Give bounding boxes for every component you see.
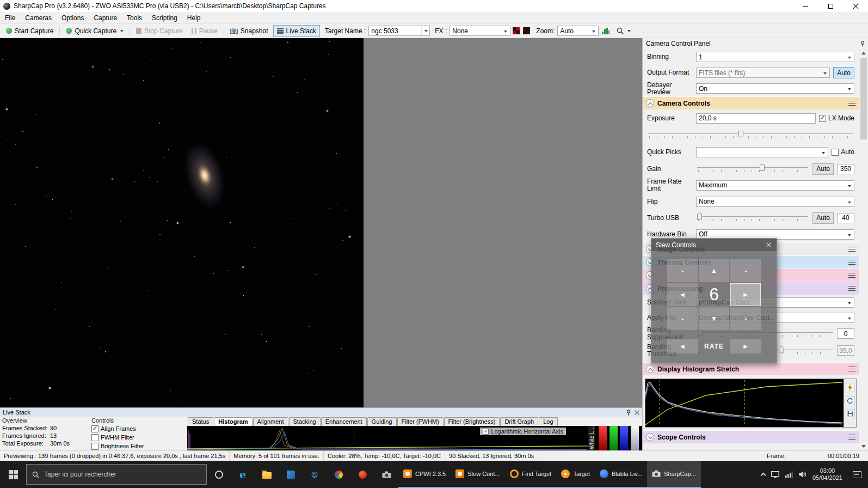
snapshot-button[interactable]: Snapshot (226, 25, 272, 37)
collapse-icon[interactable] (646, 99, 654, 107)
file-explorer-icon[interactable] (255, 461, 279, 488)
flip-dropdown[interactable]: None (696, 197, 854, 207)
banding-suppression-value-box[interactable]: 0 (837, 328, 854, 339)
turbo-usb-auto-button[interactable]: Auto (812, 212, 834, 224)
histogram-icon[interactable] (602, 27, 610, 34)
slider-thumb[interactable] (697, 213, 702, 220)
quick-picks-dropdown[interactable] (696, 147, 828, 157)
align-frames-checkbox[interactable]: Align Frames (91, 424, 185, 433)
tab-drift-graph[interactable]: Drift Graph (500, 417, 538, 426)
slew-down-button[interactable]: ▼ (699, 307, 729, 330)
tab-filter-fwhm[interactable]: Filter (FWHM) (397, 417, 444, 426)
menu-icon[interactable] (848, 435, 855, 440)
slider-thumb[interactable] (779, 346, 784, 353)
slew-close-button[interactable] (763, 240, 774, 249)
menu-icon[interactable] (848, 286, 855, 291)
network-tray-icon[interactable] (785, 471, 793, 478)
fx-dropdown[interactable]: None (450, 26, 510, 36)
taskbar-app-target[interactable]: Target (556, 461, 595, 488)
taskbar-app-slew-controls[interactable]: Slew Cont... (451, 461, 504, 488)
collapse-icon[interactable] (646, 365, 654, 373)
blue-level-bar[interactable] (620, 426, 628, 450)
edge-icon[interactable]: e (231, 461, 255, 488)
reset-stretch-button[interactable] (846, 396, 855, 405)
display-histogram-section-header[interactable]: Display Histogram Stretch (643, 362, 859, 375)
exposure-auto-checkbox[interactable]: Auto (832, 148, 854, 156)
pin-icon[interactable] (626, 410, 631, 416)
exposure-slider[interactable] (647, 130, 854, 141)
menu-file[interactable]: File (0, 13, 20, 23)
reticle-overlay-icon[interactable] (513, 27, 520, 34)
menu-icon[interactable] (848, 247, 855, 252)
binning-dropdown[interactable]: 1 (696, 52, 854, 62)
menu-cameras[interactable]: Cameras (20, 13, 57, 23)
slider-thumb[interactable] (738, 131, 743, 137)
scroll-down-icon[interactable] (861, 445, 866, 448)
taskbar-app-blabla-live[interactable]: Blabla Liv... (595, 461, 647, 488)
slew-up-left-button[interactable]: ● (667, 259, 698, 282)
stop-capture-button[interactable]: Stop Capture (132, 25, 187, 37)
scroll-up-icon[interactable] (861, 52, 866, 54)
exposure-input[interactable]: 20,0 s (696, 113, 816, 124)
taskbar-clock[interactable]: 03:00 05/04/2021 (812, 467, 842, 481)
auto-stretch-button[interactable] (846, 383, 855, 392)
output-format-dropdown[interactable]: FITS files (*.fits) (696, 68, 830, 78)
taskbar-app-find-target[interactable]: Find Target (505, 461, 557, 488)
menu-icon[interactable] (848, 273, 855, 278)
slew-left-button[interactable]: ◄ (667, 283, 698, 306)
tab-filter-brightness[interactable]: Filter (Brightness) (444, 417, 500, 426)
camera-controls-section-header[interactable]: Camera Controls (643, 96, 859, 109)
close-button[interactable] (843, 0, 868, 12)
red-level-bar[interactable] (599, 426, 607, 450)
red-app-icon[interactable] (350, 461, 374, 488)
taskbar-app-cpwi[interactable]: CPWI 2.3.5 (398, 461, 451, 488)
turbo-usb-value-box[interactable]: 40 (837, 213, 854, 223)
slew-down-right-button[interactable]: ● (730, 307, 761, 330)
brightness-filter-checkbox[interactable]: Brightness Filter (91, 442, 185, 450)
target-name-dropdown-button[interactable] (421, 26, 429, 35)
debayer-dropdown[interactable]: On (696, 83, 854, 94)
tab-alignment[interactable]: Alignment (253, 417, 288, 426)
display-tray-icon[interactable] (771, 471, 779, 478)
zoom-dropdown[interactable]: Auto (557, 26, 599, 36)
tab-log[interactable]: Log (539, 417, 557, 426)
display-histogram[interactable] (645, 379, 844, 427)
slew-up-right-button[interactable]: ● (730, 259, 761, 282)
scope-controls-section-header[interactable]: Scope Controls (643, 430, 859, 443)
taskbar-search[interactable]: Taper ici pour rechercher (26, 464, 207, 485)
tab-guiding[interactable]: Guiding (367, 417, 397, 426)
scrollbar-thumb[interactable] (860, 58, 867, 139)
output-format-auto-button[interactable]: Auto (833, 67, 854, 78)
rate-up-button[interactable]: ► (730, 339, 761, 353)
gain-value-box[interactable]: 350 (837, 164, 854, 174)
turbo-usb-slider[interactable] (696, 212, 809, 223)
gain-auto-button[interactable]: Auto (812, 163, 834, 175)
slew-dialog-titlebar[interactable]: Slew Controls (651, 239, 777, 251)
action-center-button[interactable] (848, 471, 866, 478)
maximize-button[interactable] (818, 0, 843, 12)
start-capture-button[interactable]: Start Capture (2, 25, 57, 37)
slew-right-button[interactable]: ► (730, 283, 761, 306)
gain-slider[interactable] (696, 163, 809, 174)
live-stack-button[interactable]: Live Stack (273, 25, 320, 37)
menu-tools[interactable]: Tools (122, 13, 147, 23)
fwhm-filter-checkbox[interactable]: FWHM Filter (91, 433, 185, 442)
white-level-label[interactable]: White L... (588, 426, 595, 450)
tab-histogram[interactable]: Histogram (214, 417, 252, 426)
tab-enhancement[interactable]: Enhancement (321, 417, 367, 426)
panel-scrollbar[interactable] (859, 49, 868, 450)
capture-preview[interactable] (0, 38, 364, 407)
menu-icon[interactable] (848, 101, 855, 106)
grid-overlay-icon[interactable] (523, 27, 530, 34)
slew-down-left-button[interactable]: ● (667, 307, 698, 330)
slew-up-button[interactable]: ▲ (699, 259, 729, 282)
menu-options[interactable]: Options (57, 13, 89, 23)
tab-status[interactable]: Status (188, 417, 213, 426)
slider-thumb[interactable] (760, 164, 765, 171)
tab-stacking[interactable]: Stacking (289, 417, 321, 426)
expand-icon[interactable] (646, 433, 654, 441)
photos-app-icon[interactable] (279, 461, 303, 488)
taskbar-app-sharpcap[interactable]: SharpCap... (647, 461, 701, 488)
close-icon[interactable] (635, 410, 639, 415)
menu-icon[interactable] (848, 367, 855, 372)
